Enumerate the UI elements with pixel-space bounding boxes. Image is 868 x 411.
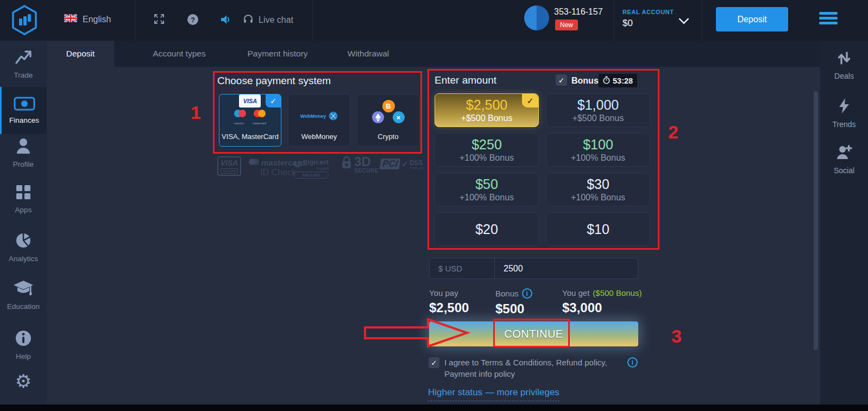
divider	[135, 0, 135, 41]
account-id: 353-116-157	[554, 7, 603, 17]
bonus-value: $500	[495, 301, 532, 317]
annotation-number-2: 2	[668, 122, 678, 143]
headset-icon	[243, 14, 254, 27]
annotation-box-3	[493, 319, 570, 347]
bottom-black-bar	[0, 404, 868, 411]
sidebar-item-help[interactable]: Help	[0, 330, 47, 361]
tab-deposit[interactable]: Deposit	[47, 41, 114, 67]
language-label: English	[83, 15, 111, 24]
brand-logo-icon[interactable]	[10, 4, 39, 38]
amount-input-group: $ USD	[429, 258, 638, 279]
sidebar-label: Trends	[832, 120, 856, 129]
fullscreen-icon[interactable]	[154, 14, 165, 27]
you-get-bonus-note: ($500 Bonus)	[593, 288, 641, 298]
sidebar-item-social[interactable]: Social	[820, 144, 868, 175]
avatar[interactable]	[524, 5, 549, 30]
sidebar-item-analytics[interactable]: Analytics	[0, 232, 47, 263]
finances-icon	[14, 97, 35, 112]
sidebar-item-deals[interactable]: Deals	[820, 50, 868, 80]
lightning-icon	[838, 98, 851, 116]
annotation-box-1	[213, 71, 422, 154]
divider	[614, 0, 614, 41]
deals-arrows-icon	[836, 50, 852, 67]
live-chat-label: Live chat	[259, 15, 293, 25]
you-get-block: You get ($500 Bonus) $3,000	[562, 288, 641, 315]
gear-icon: ⚙	[15, 372, 32, 390]
menu-icon[interactable]	[819, 12, 838, 27]
tab-payment-history[interactable]: Payment history	[227, 41, 328, 67]
language-selector[interactable]: English	[64, 14, 111, 24]
account-type-label: REAL ACCOUNT	[622, 9, 674, 15]
right-sidebar: Deals Trends Social	[820, 41, 868, 404]
sidebar-item-finances[interactable]: Finances	[0, 87, 47, 134]
sidebar-item-education[interactable]: Education	[0, 280, 47, 311]
sidebar-label: Analytics	[9, 255, 38, 263]
uk-flag-icon	[64, 14, 77, 24]
sidebar-label: Social	[834, 166, 854, 175]
tab-withdrawal[interactable]: Withdrawal	[332, 41, 404, 67]
divider	[702, 0, 702, 41]
digicert-badge: digicert Trusted SECURE	[293, 157, 329, 179]
annotation-number-1: 1	[191, 102, 201, 123]
sidebar-item-settings[interactable]: ⚙	[0, 372, 47, 390]
bonus-block: Bonus i $500	[495, 288, 532, 317]
sidebar-label: Help	[16, 352, 31, 361]
deposit-page: English ?	[0, 0, 868, 411]
add-user-icon	[835, 144, 853, 162]
you-pay-block: You pay $2,500	[429, 288, 469, 315]
divider	[312, 0, 313, 41]
annotation-box-2	[427, 69, 659, 250]
terms-info-icon[interactable]: i	[627, 357, 638, 368]
new-badge: New	[555, 20, 578, 30]
sidebar-item-trends[interactable]: Trends	[820, 98, 868, 129]
section-tabs: Deposit Account types Payment history Wi…	[47, 41, 820, 67]
sidebar-label: Profile	[13, 160, 34, 168]
svg-text:?: ?	[191, 16, 195, 24]
sidebar-item-profile[interactable]: Profile	[0, 137, 47, 168]
you-get-value: $3,000	[562, 300, 641, 315]
live-chat-button[interactable]: Live chat	[243, 14, 293, 27]
scrollbar[interactable]	[814, 91, 818, 350]
graduation-cap-icon	[13, 280, 34, 299]
profile-icon	[15, 137, 32, 156]
3d-secure-badge: 3D SECURE	[341, 156, 379, 174]
apps-grid-icon	[15, 184, 32, 202]
sidebar-label: Trade	[14, 71, 33, 79]
higher-status-link[interactable]: Higher status — more privileges	[428, 387, 559, 401]
sidebar-label: Education	[7, 302, 40, 311]
sidebar-item-apps[interactable]: Apps	[0, 184, 47, 214]
left-sidebar: Trade Finances Profile	[0, 41, 47, 404]
top-bar: English ?	[0, 0, 868, 41]
sidebar-label: Apps	[15, 206, 32, 214]
account-dropdown-chevron-icon[interactable]	[678, 14, 689, 24]
account-balance: $0	[622, 18, 633, 29]
sidebar-label: Finances	[9, 116, 39, 124]
info-circle-icon	[15, 330, 32, 349]
visa-secure-badge: VISA SECURE	[217, 156, 241, 176]
amount-input[interactable]	[495, 258, 638, 279]
pci-dss-badge: PCI ✓ DSS COMPLIANT	[380, 157, 424, 170]
tab-account-types[interactable]: Account types	[133, 41, 225, 67]
sidebar-item-trade[interactable]: Trade	[0, 49, 47, 79]
you-pay-value: $2,500	[429, 300, 469, 315]
agree-terms-text: I agree to Terms & Conditions, Refund po…	[444, 357, 626, 380]
you-get-label: You get	[562, 288, 589, 298]
you-pay-label: You pay	[429, 288, 458, 298]
bonus-info-icon[interactable]: i	[522, 288, 532, 299]
bonus-summary-label: Bonus	[495, 289, 519, 298]
help-circle-icon[interactable]: ?	[187, 14, 199, 28]
sound-icon[interactable]	[219, 14, 231, 28]
sidebar-label: Deals	[834, 72, 854, 80]
annotation-number-3: 3	[671, 326, 682, 347]
pie-chart-icon	[15, 232, 32, 251]
currency-label[interactable]: $ USD	[430, 258, 495, 279]
trade-icon	[14, 49, 33, 67]
annotation-arrow	[363, 317, 471, 349]
agree-checkbox[interactable]: ✓	[429, 357, 439, 368]
topbar-deposit-button[interactable]: Deposit	[716, 7, 788, 31]
